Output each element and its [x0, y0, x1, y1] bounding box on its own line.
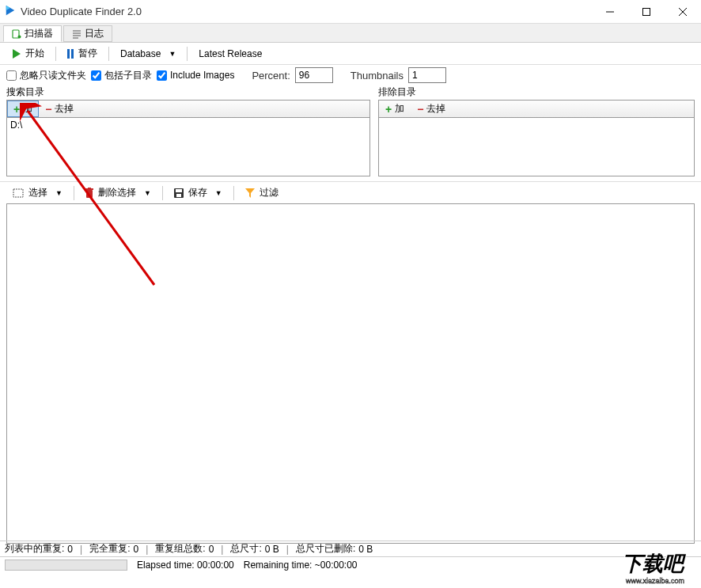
thumbnails-label: Thumbnails [350, 70, 404, 82]
status-groups-value: 0 [209, 544, 214, 555]
exclude-add-button[interactable]: +加 [379, 101, 411, 117]
tab-scanner-label: 扫描器 [25, 27, 53, 40]
filter-button[interactable]: 过滤 [239, 183, 285, 203]
status-groups-label: 重复组总数: [155, 542, 205, 556]
start-label: 开始 [25, 47, 44, 60]
status-deleted-value: 0 B [358, 544, 373, 555]
filter-icon [245, 188, 255, 198]
chevron-down-icon: ▼ [215, 189, 222, 197]
svg-marker-22 [245, 188, 255, 198]
search-remove-button[interactable]: −去掉 [39, 101, 80, 117]
window-title: Video Duplicate Finder 2.0 [21, 6, 592, 17]
pause-label: 暂停 [78, 47, 97, 60]
thumbnails-input[interactable] [408, 67, 446, 83]
svg-rect-14 [71, 49, 74, 59]
search-dirs-list[interactable]: D:\ [6, 117, 370, 176]
svg-marker-12 [13, 49, 21, 59]
ignore-readonly-checkbox[interactable]: 忽略只读文件夹 [6, 69, 86, 82]
search-add-button[interactable]: +加 [7, 101, 39, 117]
svg-rect-15 [13, 189, 23, 197]
chevron-down-icon: ▼ [169, 50, 176, 58]
play-icon [13, 49, 21, 59]
chevron-down-icon: ▼ [144, 189, 151, 197]
progress-bar [5, 560, 127, 571]
include-images-checkbox[interactable]: Include Images [157, 70, 234, 81]
toolbar-separator [55, 47, 56, 61]
toolbar-separator [108, 47, 109, 61]
percent-label: Percent: [252, 70, 290, 82]
status-complete-value: 0 [134, 544, 139, 555]
exclude-remove-button[interactable]: −去掉 [411, 101, 452, 117]
tab-scanner[interactable]: 扫描器 [3, 25, 62, 42]
plus-icon: + [385, 103, 392, 116]
percent-input[interactable] [295, 67, 333, 83]
status-size-label: 总尺寸: [230, 542, 261, 556]
svg-rect-21 [176, 194, 181, 197]
minimize-button[interactable] [592, 0, 628, 24]
status-duplicates-value: 0 [67, 544, 73, 555]
latest-release-label: Latest Release [199, 48, 262, 59]
log-icon [72, 29, 81, 39]
list-item[interactable]: D:\ [10, 119, 366, 131]
save-dropdown[interactable]: 保存 ▼ [168, 183, 229, 203]
pause-icon [67, 49, 74, 59]
svg-text:www.xiazaiba.com: www.xiazaiba.com [625, 577, 684, 585]
start-button[interactable]: 开始 [6, 44, 51, 63]
delete-selected-dropdown[interactable]: 删除选择 ▼ [79, 183, 157, 203]
database-dropdown[interactable]: Database ▼ [114, 45, 182, 63]
save-icon [174, 188, 184, 198]
chevron-down-icon: ▼ [55, 189, 63, 197]
minus-icon: − [45, 103, 51, 116]
select-icon [13, 188, 24, 198]
status-complete-label: 完全重复: [89, 542, 130, 556]
search-dirs-title: 搜索目录 [6, 85, 370, 99]
scanner-icon [12, 29, 21, 39]
remaining-time: Remaining time: ~00:00:00 [244, 560, 358, 571]
svg-rect-3 [643, 8, 650, 15]
toolbar-separator [187, 47, 188, 61]
app-icon [5, 5, 21, 18]
maximize-button[interactable] [628, 0, 665, 24]
trash-icon [85, 188, 93, 198]
tab-log-label: 日志 [85, 27, 104, 40]
plus-icon: + [13, 103, 20, 116]
close-button[interactable] [665, 0, 701, 24]
status-size-value: 0 B [265, 544, 279, 555]
svg-rect-16 [86, 190, 93, 198]
select-dropdown[interactable]: 选择 ▼ [6, 183, 69, 203]
minus-icon: − [417, 103, 423, 116]
latest-release-button[interactable]: Latest Release [192, 45, 268, 63]
svg-rect-13 [67, 49, 70, 59]
exclude-dirs-list[interactable] [378, 117, 695, 176]
svg-point-7 [18, 35, 21, 38]
database-label: Database [120, 48, 161, 59]
exclude-dirs-title: 排除目录 [378, 85, 695, 99]
pause-button[interactable]: 暂停 [61, 44, 104, 63]
status-duplicates-label: 列表中的重复: [5, 542, 64, 556]
include-subdirs-checkbox[interactable]: 包括子目录 [91, 69, 152, 82]
svg-rect-20 [176, 189, 182, 192]
results-list[interactable] [6, 203, 695, 544]
elapsed-time: Elapsed time: 00:00:00 [137, 560, 234, 571]
svg-rect-18 [88, 188, 91, 189]
tab-log[interactable]: 日志 [63, 25, 112, 42]
status-deleted-label: 总尺寸已删除: [296, 542, 355, 556]
